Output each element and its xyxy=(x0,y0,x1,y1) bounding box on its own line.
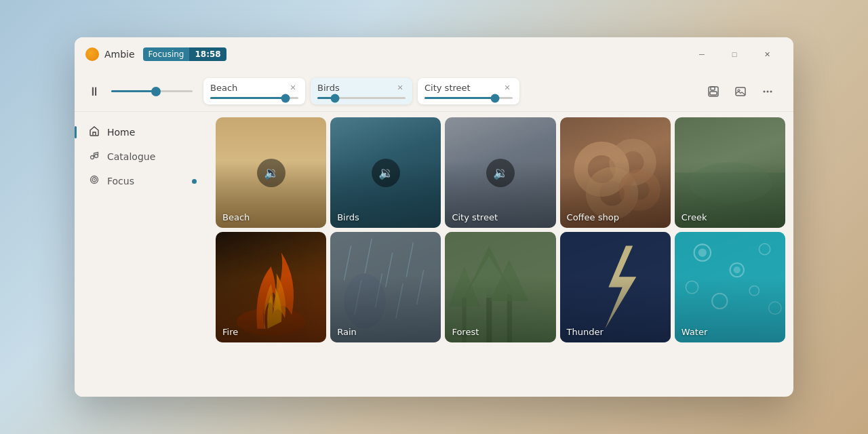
svg-rect-31 xyxy=(487,288,492,343)
chip-beach-close[interactable]: ✕ xyxy=(288,82,298,93)
svg-point-13 xyxy=(580,149,622,190)
svg-point-43 xyxy=(698,249,706,257)
sidebar-item-home-label: Home xyxy=(107,127,135,138)
app-name: Ambie xyxy=(104,49,135,60)
card-thunder-label: Thunder xyxy=(567,327,604,337)
svg-point-8 xyxy=(91,156,94,159)
card-rain-bg xyxy=(330,232,441,342)
svg-point-19 xyxy=(237,308,306,336)
svg-point-47 xyxy=(686,281,698,294)
catalogue-icon xyxy=(88,150,100,163)
chip-beach-slider[interactable] xyxy=(210,97,298,99)
svg-line-26 xyxy=(375,273,382,308)
sidebar-item-home[interactable]: Home xyxy=(80,120,205,144)
toolbar-icons xyxy=(701,79,780,104)
svg-point-4 xyxy=(738,90,740,92)
more-icon xyxy=(762,85,774,98)
card-creek-bg xyxy=(675,117,785,228)
svg-point-46 xyxy=(759,244,770,255)
card-thunder-bg xyxy=(560,232,671,342)
svg-point-18 xyxy=(688,162,771,203)
card-rain[interactable]: Rain xyxy=(330,232,441,342)
sound-grid: 🔉 Beach 🔉 Birds 🔉 City street xyxy=(216,117,785,342)
card-creek[interactable]: Creek xyxy=(675,117,785,228)
svg-marker-35 xyxy=(490,260,529,301)
svg-line-23 xyxy=(386,253,393,288)
titlebar: Ambie Focusing 18:58 ─ □ ✕ xyxy=(75,37,793,71)
sidebar-item-focus[interactable]: Focus xyxy=(80,169,205,193)
card-forest-bg xyxy=(445,232,555,342)
focus-active-dot xyxy=(192,179,197,184)
svg-line-25 xyxy=(355,281,361,315)
svg-rect-34 xyxy=(507,294,512,342)
chip-beach-header: Beach ✕ xyxy=(210,82,298,93)
svg-point-42 xyxy=(694,245,710,261)
chip-beach-label: Beach xyxy=(210,83,237,93)
card-fire[interactable]: Fire xyxy=(216,232,326,342)
chip-beach: Beach ✕ xyxy=(203,78,305,104)
svg-point-14 xyxy=(615,145,650,180)
focus-badge: Focusing xyxy=(143,47,190,61)
svg-point-29 xyxy=(344,273,386,329)
card-birds[interactable]: 🔉 Birds xyxy=(330,117,441,228)
save-icon xyxy=(707,85,719,98)
main-slider-fill xyxy=(111,90,156,92)
main-volume-slider[interactable] xyxy=(111,90,193,92)
card-beach-label: Beach xyxy=(222,212,250,222)
svg-marker-32 xyxy=(466,246,513,294)
main-slider-track xyxy=(111,90,193,92)
card-beach[interactable]: 🔉 Beach xyxy=(216,117,326,228)
card-citystreet-label: City street xyxy=(452,212,498,222)
svg-line-21 xyxy=(344,246,351,281)
card-water[interactable]: Water xyxy=(675,232,785,342)
focus-icon xyxy=(88,174,100,188)
chip-citystreet-header: City street ✕ xyxy=(425,82,513,93)
maximize-button[interactable]: □ xyxy=(719,43,750,65)
svg-point-50 xyxy=(769,302,781,314)
svg-point-5 xyxy=(764,90,766,92)
svg-marker-39 xyxy=(605,246,636,329)
svg-marker-37 xyxy=(448,267,480,307)
chip-birds-close[interactable]: ✕ xyxy=(395,82,406,93)
card-coffeeshop-bg xyxy=(560,117,671,228)
card-beach-volume-icon: 🔉 xyxy=(257,159,285,187)
svg-line-28 xyxy=(417,270,424,304)
card-rain-label: Rain xyxy=(337,327,357,337)
minimize-button[interactable]: ─ xyxy=(686,43,717,65)
chip-birds: Birds ✕ xyxy=(311,78,412,104)
sidebar-item-catalogue[interactable]: Catalogue xyxy=(80,144,205,169)
play-pause-button[interactable]: ⏸ xyxy=(88,84,100,98)
chip-birds-header: Birds ✕ xyxy=(317,82,406,93)
svg-marker-33 xyxy=(465,256,514,298)
chip-beach-thumb xyxy=(281,94,290,102)
svg-rect-3 xyxy=(736,87,745,96)
svg-line-27 xyxy=(396,284,403,319)
chip-citystreet-close[interactable]: ✕ xyxy=(502,82,513,93)
card-forest-label: Forest xyxy=(452,327,479,337)
card-coffeeshop[interactable]: Coffee shop xyxy=(560,117,671,228)
card-water-bg xyxy=(675,232,785,342)
card-water-label: Water xyxy=(682,327,707,337)
card-coffeeshop-label: Coffee shop xyxy=(567,212,619,222)
save-button[interactable] xyxy=(701,79,726,104)
chip-citystreet-label: City street xyxy=(425,83,471,93)
chip-birds-slider[interactable] xyxy=(317,97,406,99)
chip-citystreet: City street ✕ xyxy=(418,78,519,104)
close-button[interactable]: ✕ xyxy=(751,43,783,65)
card-forest[interactable]: Forest xyxy=(445,232,555,342)
app-icon xyxy=(85,47,99,61)
chip-citystreet-fill xyxy=(425,97,495,99)
svg-point-12 xyxy=(94,179,95,180)
sound-grid-area: 🔉 Beach 🔉 Birds 🔉 City street xyxy=(210,112,793,397)
sound-chips: Beach ✕ Birds ✕ xyxy=(203,78,690,104)
image-icon xyxy=(734,85,747,98)
card-citystreet[interactable]: 🔉 City street xyxy=(445,117,555,228)
sidebar: Home Catalogue xyxy=(75,112,210,397)
card-thunder[interactable]: Thunder xyxy=(560,232,671,342)
chip-citystreet-slider[interactable] xyxy=(425,97,513,99)
image-button[interactable] xyxy=(728,79,753,104)
svg-point-6 xyxy=(767,90,769,92)
chip-beach-fill xyxy=(210,97,285,99)
more-button[interactable] xyxy=(755,79,780,104)
chip-citystreet-thumb xyxy=(491,94,500,102)
